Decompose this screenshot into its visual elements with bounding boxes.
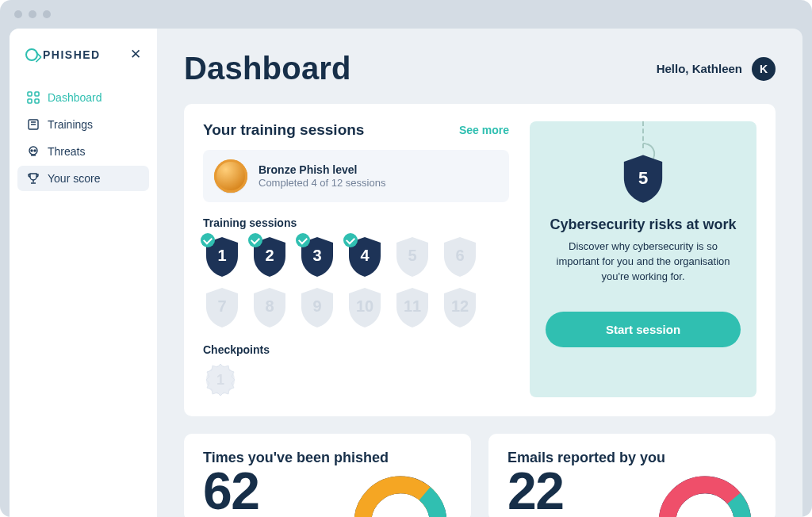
sidebar-item-your-score[interactable]: Your score [17, 166, 149, 191]
phished-stat-card: Times you've been phished 62 [184, 434, 471, 517]
sessions-grid: 123456789101112 [203, 236, 509, 329]
sidebar-item-trainings[interactable]: Trainings [17, 112, 149, 137]
level-title: Bronze Phish level [259, 163, 385, 176]
session-shield-6[interactable]: 6 [441, 236, 479, 278]
session-shield-8[interactable]: 8 [251, 286, 289, 329]
session-shield-10[interactable]: 10 [346, 286, 384, 329]
check-icon [201, 233, 215, 247]
grid-icon [27, 91, 40, 104]
training-card-title: Your training sessions [203, 121, 364, 139]
session-number: 8 [251, 286, 289, 329]
session-shield-9[interactable]: 9 [298, 286, 336, 329]
sidebar-item-label: Dashboard [48, 91, 102, 104]
next-session-panel: 5 Cybersecurity risks at work Discover w… [530, 121, 756, 397]
session-number: 11 [393, 286, 431, 329]
check-icon [248, 233, 262, 247]
trophy-icon [27, 172, 40, 185]
bronze-medal-icon [214, 159, 247, 193]
sidebar-item-label: Your score [48, 172, 100, 185]
window-controls[interactable] [14, 10, 51, 18]
sidebar: PHISHED ✕ DashboardTrainingsThreatsYour … [10, 29, 157, 517]
level-banner: Bronze Phish level Completed 4 of 12 ses… [203, 150, 509, 202]
brand-name: PHISHED [43, 48, 101, 61]
brand-logo[interactable]: PHISHED [25, 48, 101, 61]
close-icon[interactable]: ✕ [130, 46, 141, 63]
start-session-button[interactable]: Start session [546, 312, 741, 347]
svg-rect-0 [28, 92, 32, 96]
sessions-label: Training sessions [203, 216, 509, 229]
session-number: 12 [441, 286, 479, 329]
main: Dashboard Hello, Kathleen K Your trainin… [157, 29, 802, 517]
checkpoints-row: 1 [203, 362, 509, 397]
session-shield-11[interactable]: 11 [393, 286, 431, 329]
session-shield-4[interactable]: 4 [346, 236, 384, 278]
phished-donut-chart [349, 471, 452, 517]
sidebar-item-label: Threats [48, 145, 85, 158]
svg-rect-2 [28, 99, 32, 103]
greeting-text: Hello, Kathleen [657, 62, 742, 75]
next-session-title: Cybersecurity risks at work [550, 216, 736, 233]
checkpoints-label: Checkpoints [203, 343, 509, 356]
sidebar-item-dashboard[interactable]: Dashboard [17, 85, 149, 110]
avatar[interactable]: K [752, 57, 776, 81]
sidebar-item-label: Trainings [48, 118, 93, 131]
brand-mark-icon [25, 48, 38, 61]
reported-donut-chart [653, 471, 756, 517]
svg-point-7 [34, 150, 36, 151]
session-shield-3[interactable]: 3 [298, 236, 336, 278]
session-shield-1[interactable]: 1 [203, 236, 241, 278]
user-chip[interactable]: Hello, Kathleen K [657, 57, 776, 81]
next-session-desc: Discover why cybersecurity is so importa… [549, 239, 737, 285]
next-session-shield-icon: 5 [620, 153, 666, 204]
svg-point-6 [31, 150, 33, 151]
session-number: 5 [393, 236, 431, 278]
checkpoint-number: 1 [203, 362, 238, 397]
session-shield-2[interactable]: 2 [251, 236, 289, 278]
session-shield-5[interactable]: 5 [393, 236, 431, 278]
session-number: 7 [203, 286, 241, 329]
session-number: 6 [441, 236, 479, 278]
see-more-link[interactable]: See more [459, 124, 509, 136]
check-icon [296, 233, 310, 247]
check-icon [343, 233, 358, 247]
next-session-number: 5 [620, 153, 666, 204]
reported-stat-value: 22 [508, 471, 563, 511]
sidebar-item-threats[interactable]: Threats [17, 139, 149, 164]
session-number: 10 [346, 286, 384, 329]
reported-stat-card: Emails reported by you 22 [488, 434, 776, 517]
page-title: Dashboard [184, 51, 351, 86]
checkpoint-badge-1[interactable]: 1 [203, 362, 238, 397]
sidebar-nav: DashboardTrainingsThreatsYour score [17, 85, 149, 191]
session-shield-7[interactable]: 7 [203, 286, 241, 329]
session-number: 9 [298, 286, 336, 329]
skull-icon [27, 145, 40, 158]
phished-stat-value: 62 [203, 471, 259, 511]
svg-rect-3 [35, 99, 39, 103]
book-icon [27, 118, 40, 131]
level-subtitle: Completed 4 of 12 sessions [259, 177, 385, 189]
session-shield-12[interactable]: 12 [441, 286, 479, 329]
svg-rect-1 [35, 92, 39, 96]
training-sessions-card: Your training sessions See more Bronze P… [184, 104, 776, 416]
